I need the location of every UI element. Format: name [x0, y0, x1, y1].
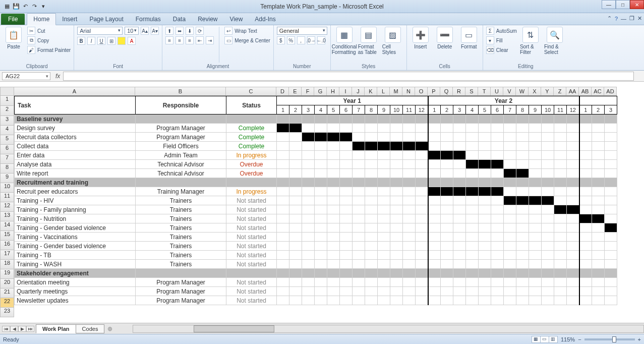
- gantt-cell[interactable]: [416, 223, 428, 233]
- gantt-cell[interactable]: [277, 260, 289, 269]
- horizontal-scrollbar[interactable]: [133, 325, 644, 333]
- gantt-cell[interactable]: [353, 296, 365, 305]
- gantt-cell[interactable]: [605, 233, 617, 242]
- gantt-cell[interactable]: [491, 160, 504, 169]
- number-format-combo[interactable]: General: [277, 27, 327, 35]
- gantt-cell[interactable]: [579, 214, 592, 223]
- gantt-cell[interactable]: [504, 251, 516, 260]
- gantt-cell[interactable]: [403, 151, 416, 160]
- gantt-cell[interactable]: [542, 169, 554, 178]
- section-header[interactable]: Baseline survey: [15, 114, 136, 124]
- gantt-cell[interactable]: [289, 187, 302, 196]
- gantt-cell[interactable]: [491, 187, 504, 196]
- gantt-cell[interactable]: [466, 151, 479, 160]
- row-header-9[interactable]: 9: [0, 174, 14, 183]
- row-header-7[interactable]: 7: [0, 154, 14, 164]
- gantt-cell[interactable]: [390, 205, 403, 214]
- gantt-cell[interactable]: [567, 205, 579, 214]
- gantt-cell[interactable]: [529, 205, 542, 214]
- col-header-Z[interactable]: Z: [554, 87, 566, 96]
- gantt-cell[interactable]: [579, 160, 592, 169]
- gantt-cell[interactable]: [390, 233, 403, 242]
- gantt-cell[interactable]: [365, 296, 378, 305]
- align-top-icon[interactable]: ⬆: [165, 27, 173, 35]
- gantt-cell[interactable]: [302, 151, 315, 160]
- gantt-cell[interactable]: [327, 124, 340, 133]
- gantt-cell[interactable]: [340, 278, 353, 287]
- gantt-cell[interactable]: [378, 278, 390, 287]
- gantt-cell[interactable]: [542, 260, 554, 269]
- view-page-break-icon[interactable]: ▥: [549, 336, 558, 343]
- gantt-cell[interactable]: [567, 223, 579, 233]
- task-cell[interactable]: Design survey: [15, 124, 136, 133]
- format-as-table-button[interactable]: ▤Format as Table: [358, 27, 379, 55]
- gantt-cell[interactable]: [529, 233, 542, 242]
- row-header-1[interactable]: 1: [0, 96, 14, 106]
- paste-button[interactable]: 📋Paste: [3, 27, 24, 49]
- row-header-19[interactable]: 19: [0, 269, 14, 279]
- gantt-cell[interactable]: [592, 260, 605, 269]
- zoom-in-button[interactable]: +: [638, 336, 641, 342]
- gantt-cell[interactable]: [516, 260, 529, 269]
- zoom-out-button[interactable]: −: [578, 336, 581, 342]
- insert-cells-button[interactable]: ➕Insert: [410, 27, 431, 49]
- gantt-cell[interactable]: [466, 296, 479, 305]
- gantt-cell[interactable]: [491, 223, 504, 233]
- cut-button[interactable]: ✂Cut: [27, 27, 71, 35]
- gantt-cell[interactable]: [554, 242, 567, 251]
- status-cell[interactable]: Overdue: [226, 160, 277, 169]
- gantt-cell[interactable]: [529, 196, 542, 205]
- gantt-cell[interactable]: [441, 223, 453, 233]
- gantt-cell[interactable]: [479, 142, 491, 151]
- gantt-cell[interactable]: [416, 260, 428, 269]
- responsible-cell[interactable]: Trainers: [136, 242, 226, 251]
- gantt-cell[interactable]: [327, 278, 340, 287]
- gantt-cell[interactable]: [542, 187, 554, 196]
- task-cell[interactable]: Training - Gender based violence: [15, 223, 136, 233]
- gantt-cell[interactable]: [289, 287, 302, 296]
- underline-button[interactable]: U: [97, 37, 105, 45]
- gantt-cell[interactable]: [441, 133, 453, 142]
- format-cells-button[interactable]: ▭Format: [458, 27, 480, 49]
- gantt-cell[interactable]: [277, 133, 289, 142]
- gantt-cell[interactable]: [416, 242, 428, 251]
- gantt-cell[interactable]: [441, 151, 453, 160]
- gantt-cell[interactable]: [542, 214, 554, 223]
- responsible-cell[interactable]: Trainers: [136, 251, 226, 260]
- gantt-cell[interactable]: [289, 251, 302, 260]
- bold-button[interactable]: B: [77, 37, 85, 45]
- gantt-cell[interactable]: [554, 205, 567, 214]
- gantt-cell[interactable]: [592, 214, 605, 223]
- gantt-cell[interactable]: [327, 160, 340, 169]
- gantt-cell[interactable]: [592, 242, 605, 251]
- gantt-cell[interactable]: [529, 133, 542, 142]
- gantt-cell[interactable]: [542, 251, 554, 260]
- gantt-cell[interactable]: [504, 296, 516, 305]
- tab-page-layout[interactable]: Page Layout: [83, 14, 129, 25]
- gantt-cell[interactable]: [378, 233, 390, 242]
- gantt-cell[interactable]: [340, 251, 353, 260]
- gantt-cell[interactable]: [579, 142, 592, 151]
- clear-button[interactable]: ⌫Clear: [486, 46, 517, 54]
- gantt-cell[interactable]: [466, 169, 479, 178]
- gantt-cell[interactable]: [504, 187, 516, 196]
- gantt-cell[interactable]: [592, 196, 605, 205]
- gantt-cell[interactable]: [378, 142, 390, 151]
- gantt-cell[interactable]: [416, 214, 428, 223]
- gantt-cell[interactable]: [365, 160, 378, 169]
- gantt-cell[interactable]: [491, 296, 504, 305]
- gantt-cell[interactable]: [353, 278, 365, 287]
- gantt-cell[interactable]: [516, 160, 529, 169]
- gantt-cell[interactable]: [365, 214, 378, 223]
- gantt-cell[interactable]: [340, 214, 353, 223]
- task-cell[interactable]: Recruit peer educators: [15, 187, 136, 196]
- gantt-cell[interactable]: [315, 187, 327, 196]
- gantt-cell[interactable]: [315, 124, 327, 133]
- minimize-ribbon-icon[interactable]: ⌃: [607, 15, 612, 22]
- gantt-cell[interactable]: [441, 287, 453, 296]
- gantt-cell[interactable]: [592, 187, 605, 196]
- gantt-cell[interactable]: [302, 233, 315, 242]
- gantt-cell[interactable]: [403, 133, 416, 142]
- gantt-cell[interactable]: [592, 124, 605, 133]
- tab-formulas[interactable]: Formulas: [130, 14, 167, 25]
